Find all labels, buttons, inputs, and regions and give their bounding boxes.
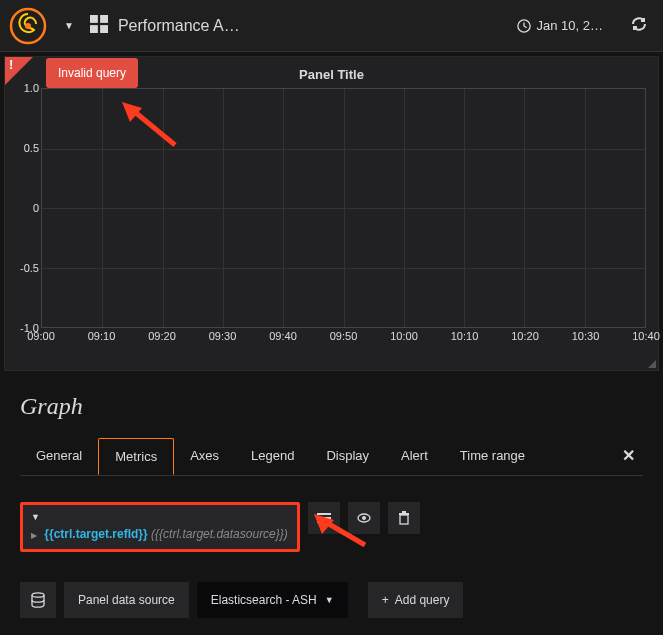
tab-legend[interactable]: Legend (235, 438, 310, 473)
query-row-highlighted[interactable]: ▼ ▶ {{ctrl.target.refId}} ({{ctrl.target… (20, 502, 300, 552)
query-summary[interactable]: ▶ {{ctrl.target.refId}} ({{ctrl.target.d… (31, 525, 289, 541)
time-range-picker[interactable]: Jan 10, 2… (505, 18, 616, 33)
dashboard-title-text: Performance A… (118, 17, 240, 35)
datasource-label: Panel data source (64, 582, 189, 618)
query-delete-button[interactable] (388, 502, 420, 534)
svg-point-15 (32, 593, 44, 597)
x-tick-label: 10:00 (390, 330, 418, 342)
dashboard-grid-icon (90, 15, 108, 37)
query-collapse-toggle[interactable]: ▼ (31, 509, 289, 525)
x-tick-label: 09:40 (269, 330, 297, 342)
refresh-button[interactable] (615, 16, 663, 35)
svg-point-1 (25, 23, 31, 29)
query-datasource: ({{ctrl.target.datasource}}) (151, 527, 288, 541)
time-range-text: Jan 10, 2… (537, 18, 604, 33)
caret-right-icon: ▶ (31, 531, 37, 540)
svg-rect-13 (399, 513, 409, 515)
x-tick-label: 09:10 (88, 330, 116, 342)
error-tooltip: Invalid query (46, 58, 138, 88)
datasource-icon-button[interactable] (20, 582, 56, 618)
plus-icon: + (382, 593, 389, 607)
x-tick-label: 10:20 (511, 330, 539, 342)
x-axis: 09:0009:1009:2009:3009:4009:5010:0010:10… (41, 330, 646, 348)
annotation-arrow-2 (310, 510, 370, 553)
clock-icon (517, 19, 531, 33)
dashboard-title-button[interactable]: Performance A… (90, 15, 240, 37)
query-refid: {{ctrl.target.refId}} (44, 527, 147, 541)
exclamation-icon: ! (9, 57, 13, 72)
tab-metrics[interactable]: Metrics (98, 438, 174, 475)
tab-general[interactable]: General (20, 438, 98, 473)
grafana-logo[interactable] (8, 6, 48, 46)
add-query-button[interactable]: + Add query (368, 582, 464, 618)
svg-rect-2 (90, 15, 98, 23)
refresh-icon (631, 16, 647, 32)
tab-axes[interactable]: Axes (174, 438, 235, 473)
tab-display[interactable]: Display (310, 438, 385, 473)
editor-tabs: GeneralMetricsAxesLegendDisplayAlertTime… (20, 436, 643, 476)
x-tick-label: 09:30 (209, 330, 237, 342)
panel-resize-handle[interactable] (646, 358, 656, 368)
database-icon (30, 592, 46, 608)
datasource-select[interactable]: Elasticsearch - ASH ▼ (197, 582, 348, 618)
y-tick-label: 0.5 (24, 142, 39, 154)
svg-rect-12 (400, 515, 408, 524)
svg-rect-3 (100, 15, 108, 23)
y-tick-label: -0.5 (20, 262, 39, 274)
dashboard-dropdown-caret[interactable]: ▼ (56, 20, 82, 31)
caret-down-icon: ▼ (325, 595, 334, 605)
editor-type-title: Graph (20, 393, 643, 420)
y-axis: 1.00.50-0.5-1.0 (13, 88, 39, 328)
svg-rect-14 (402, 511, 406, 513)
x-tick-label: 10:10 (451, 330, 479, 342)
svg-rect-4 (90, 25, 98, 33)
trash-icon (397, 511, 411, 525)
graph-panel: ! Panel Title 1.00.50-0.5-1.0 09:0009:10… (4, 56, 659, 371)
annotation-arrow-1 (120, 100, 180, 153)
tab-alert[interactable]: Alert (385, 438, 444, 473)
x-tick-label: 10:30 (572, 330, 600, 342)
add-query-label: Add query (395, 593, 450, 607)
svg-rect-5 (100, 25, 108, 33)
x-tick-label: 09:20 (148, 330, 176, 342)
tab-time-range[interactable]: Time range (444, 438, 541, 473)
x-tick-label: 09:00 (27, 330, 55, 342)
x-tick-label: 10:40 (632, 330, 660, 342)
x-tick-label: 09:50 (330, 330, 358, 342)
datasource-selected-text: Elasticsearch - ASH (211, 593, 317, 607)
y-tick-label: 0 (33, 202, 39, 214)
close-editor-button[interactable]: ✕ (614, 436, 643, 475)
